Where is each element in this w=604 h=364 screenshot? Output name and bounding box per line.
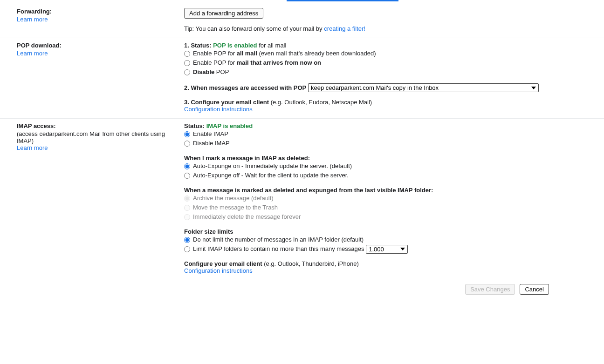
forwarding-learn-more-link[interactable]: Learn more (17, 16, 48, 23)
imap-disable-radio[interactable] (184, 141, 190, 147)
imap-enable-label: Enable IMAP (193, 129, 228, 139)
forwarding-title: Forwarding: (17, 8, 179, 15)
imap-config-instructions-link[interactable]: Configuration instructions (184, 267, 253, 274)
imap-trash-label: Move the message to the Trash (193, 203, 278, 212)
pop-enable-now-radio[interactable] (184, 60, 190, 66)
imap-expunge-off-radio[interactable] (184, 173, 190, 179)
pop-disable-label: Disable POP (193, 67, 229, 77)
imap-subtitle: (access cedarparkent.com Mail from other… (17, 130, 179, 144)
pop-enable-all-label: Enable POP for all mail (even mail that'… (193, 49, 376, 58)
imap-configure-line: Configure your email client (e.g. Outloo… (184, 260, 599, 267)
imap-expunge-off-label: Auto-Expunge off - Wait for the client t… (193, 171, 349, 180)
imap-delete-forever-label: Immediately delete the message forever (193, 212, 301, 222)
pop-section: POP download: Learn more 1. Status: POP … (0, 38, 604, 119)
imap-enable-radio[interactable] (184, 131, 190, 137)
imap-learn-more-link[interactable]: Learn more (17, 144, 48, 151)
pop-status-line: 1. Status: POP is enabled for all mail (184, 42, 599, 49)
add-forwarding-address-button[interactable]: Add a forwarding address (184, 8, 263, 19)
forwarding-section: Forwarding: Learn more Add a forwarding … (0, 4, 604, 38)
save-changes-button: Save Changes (465, 284, 515, 295)
pop-learn-more-link[interactable]: Learn more (17, 50, 48, 57)
pop-disable-radio[interactable] (184, 69, 190, 75)
forwarding-tip: Tip: You can also forward only some of y… (184, 25, 599, 32)
imap-section: IMAP access: (access cedarparkent.com Ma… (0, 119, 604, 280)
imap-folder-header: Folder size limits (184, 228, 233, 235)
imap-title: IMAP access: (17, 122, 179, 129)
cancel-button[interactable]: Cancel (520, 284, 549, 295)
imap-folder-limit-radio[interactable] (184, 246, 190, 252)
imap-expunge-on-label: Auto-Expunge on - Immediately update the… (193, 162, 352, 171)
pop-enable-now-label: Enable POP for mail that arrives from no… (193, 58, 321, 67)
pop-accessed-line: 2. When messages are accessed with POP k… (184, 83, 599, 92)
imap-folder-nolimit-radio[interactable] (184, 237, 190, 243)
footer: Save Changes Cancel (0, 280, 604, 298)
imap-folder-nolimit-label: Do not limit the number of messages in a… (193, 235, 364, 244)
pop-action-select[interactable]: keep cedarparkent.com Mail's copy in the… (308, 83, 539, 92)
imap-expunged-header: When a message is marked as deleted and … (184, 187, 433, 194)
imap-trash-radio (184, 205, 190, 211)
imap-archive-label: Archive the message (default) (193, 194, 274, 203)
imap-status-line: Status: IMAP is enabled (184, 122, 599, 129)
imap-expunge-on-radio[interactable] (184, 163, 190, 169)
imap-delete-forever-radio (184, 214, 190, 220)
creating-filter-link[interactable]: creating a filter! (324, 25, 365, 32)
pop-title: POP download: (17, 42, 179, 49)
pop-config-instructions-link[interactable]: Configuration instructions (184, 106, 253, 113)
pop-configure-line: 3. Configure your email client (e.g. Out… (184, 99, 599, 106)
imap-deleted-header: When I mark a message in IMAP as deleted… (184, 155, 310, 162)
imap-disable-label: Disable IMAP (193, 139, 230, 148)
imap-folder-limit-label: Limit IMAP folders to contain no more th… (193, 244, 364, 254)
imap-archive-radio (184, 195, 190, 202)
imap-folder-limit-select[interactable]: 1,000 (366, 245, 408, 254)
pop-enable-all-radio[interactable] (184, 51, 190, 57)
